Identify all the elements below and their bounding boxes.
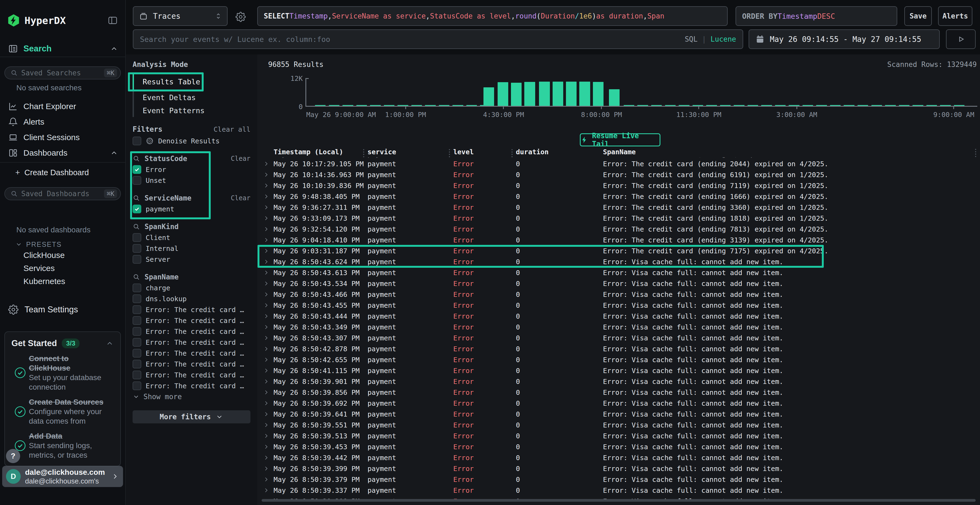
histogram-bar-small[interactable]: [830, 105, 841, 106]
saved-searches-input[interactable]: Saved Searches ⌘K: [4, 67, 121, 79]
table-row[interactable]: May 26 8:50:43.534 PMpaymentError0Error:…: [257, 278, 980, 289]
histogram-bar[interactable]: [609, 89, 620, 106]
expand-row-icon[interactable]: [263, 160, 270, 167]
table-row[interactable]: May 26 9:04:18.410 PMpaymentError0Error:…: [257, 235, 980, 245]
expand-row-icon[interactable]: [263, 367, 270, 374]
histogram-bar-small[interactable]: [637, 105, 648, 106]
column-resize-handle[interactable]: [975, 149, 976, 157]
histogram-bar-small[interactable]: [899, 105, 910, 106]
table-row[interactable]: May 26 9:32:54.120 PMpaymentError0Error:…: [257, 224, 980, 235]
preset-item-kubernetes[interactable]: Kubernetes: [0, 275, 125, 288]
expand-row-icon[interactable]: [263, 247, 270, 254]
table-row[interactable]: May 26 9:36:27.311 PMpaymentError0Error:…: [257, 202, 980, 213]
histogram-bar-small[interactable]: [871, 105, 882, 106]
filter-clear-button[interactable]: Clear: [231, 194, 250, 202]
table-row[interactable]: May 26 8:50:43.307 PMpaymentError0Error:…: [257, 332, 980, 343]
table-row[interactable]: May 26 8:50:43.624 PMpaymentError0Error:…: [257, 256, 980, 267]
chevron-up-icon[interactable]: [110, 44, 118, 53]
histogram-bar[interactable]: [484, 87, 494, 106]
sidebar-item-chart-explorer[interactable]: Chart Explorer: [0, 98, 125, 114]
histogram-bar-small[interactable]: [858, 105, 868, 106]
filter-option[interactable]: Client: [132, 232, 250, 243]
checkbox-unchecked[interactable]: [132, 284, 141, 292]
table-row[interactable]: May 26 10:10:39.836 PMpaymentError0Error…: [257, 180, 980, 191]
expand-row-icon[interactable]: [263, 269, 270, 276]
checkbox-checked[interactable]: [132, 205, 141, 213]
expand-row-icon[interactable]: [263, 389, 270, 396]
histogram-bar[interactable]: [498, 82, 508, 106]
filter-option[interactable]: dns.lookup: [132, 293, 250, 304]
analysis-mode-option[interactable]: Event Deltas: [132, 91, 250, 104]
checkbox-unchecked[interactable]: [132, 360, 141, 368]
alerts-button[interactable]: Alerts: [938, 6, 972, 26]
expand-row-icon[interactable]: [263, 443, 270, 450]
histogram-bar[interactable]: [579, 82, 590, 106]
table-row[interactable]: May 26 8:50:39.453 PMpaymentError0Error:…: [257, 441, 980, 452]
filter-option[interactable]: Error: The credit card …: [132, 304, 250, 315]
filter-option[interactable]: Server: [132, 254, 250, 265]
get-started-item-connect[interactable]: Connect to ClickHouse Set up your databa…: [11, 354, 114, 392]
histogram-bar[interactable]: [593, 82, 603, 106]
column-header-level[interactable]: level: [453, 148, 516, 156]
expand-row-icon[interactable]: [263, 454, 270, 461]
expand-row-icon[interactable]: [263, 193, 270, 200]
event-search-bar[interactable]: SQL | Lucene: [133, 29, 743, 49]
preset-item-services[interactable]: Services: [0, 262, 125, 275]
filter-option[interactable]: Error: The credit card …: [132, 370, 250, 380]
histogram-bar-small[interactable]: [816, 105, 827, 106]
table-row[interactable]: May 26 8:50:43.466 PMpaymentError0Error:…: [257, 289, 980, 300]
filter-option[interactable]: charge: [132, 283, 250, 293]
histogram-bar[interactable]: [539, 82, 550, 106]
checkbox-unchecked[interactable]: [132, 316, 141, 325]
histogram-bar-small[interactable]: [748, 105, 758, 106]
checkbox-unchecked[interactable]: [132, 294, 141, 303]
table-row[interactable]: May 26 8:50:39.901 PMpaymentError0Error:…: [257, 376, 980, 387]
expand-row-icon[interactable]: [263, 378, 270, 385]
expand-row-icon[interactable]: [263, 280, 270, 287]
table-row[interactable]: May 26 8:50:39.551 PMpaymentError0Error:…: [257, 419, 980, 430]
expand-row-icon[interactable]: [263, 291, 270, 298]
expand-row-icon[interactable]: [263, 226, 270, 233]
table-row[interactable]: May 26 8:50:39.379 PMpaymentError0Error:…: [257, 474, 980, 485]
sidebar-item-alerts[interactable]: Alerts: [0, 114, 125, 130]
checkbox-unchecked[interactable]: [132, 244, 141, 253]
resume-live-tail-button[interactable]: Resume Live Tail: [580, 133, 660, 146]
table-row[interactable]: May 26 8:50:39.513 PMpaymentError0Error:…: [257, 430, 980, 441]
histogram-bar-small[interactable]: [761, 105, 772, 106]
sidebar-item-search[interactable]: Search: [0, 41, 125, 57]
histogram-bar-small[interactable]: [733, 105, 744, 106]
checkbox-unchecked[interactable]: [132, 255, 141, 264]
expand-row-icon[interactable]: [263, 324, 270, 330]
expand-row-icon[interactable]: [263, 182, 270, 189]
order-by-editor[interactable]: ORDER BY Timestamp DESC: [735, 6, 897, 26]
source-select[interactable]: Traces: [133, 6, 228, 26]
filter-option[interactable]: Error: The credit card …: [132, 380, 250, 391]
table-row[interactable]: May 26 8:50:43.455 PMpaymentError0Error:…: [257, 300, 980, 311]
table-row[interactable]: May 26 8:50:43.613 PMpaymentError0Error:…: [257, 267, 980, 278]
chevron-up-icon[interactable]: [106, 339, 114, 348]
create-dashboard-button[interactable]: + Create Dashboard: [0, 167, 125, 178]
histogram-plot[interactable]: May 26 9:00:00 AM1:00:00 PM4:30:00 PM8:0…: [305, 78, 977, 106]
expand-row-icon[interactable]: [263, 334, 270, 341]
table-row[interactable]: May 26 10:17:29.105 PMpaymentError0Error…: [257, 158, 980, 169]
run-query-button[interactable]: [946, 29, 976, 49]
histogram-bar-small[interactable]: [651, 105, 662, 106]
table-row[interactable]: May 26 8:50:39.442 PMpaymentError0Error:…: [257, 452, 980, 463]
search-input[interactable]: [140, 35, 685, 43]
table-row[interactable]: May 26 8:50:41.115 PMpaymentError0Error:…: [257, 365, 980, 376]
expand-row-icon[interactable]: [263, 302, 270, 309]
presets-toggle[interactable]: PRESETS: [0, 240, 125, 249]
histogram-bar[interactable]: [553, 82, 563, 106]
column-header-service[interactable]: service: [368, 148, 453, 156]
histogram-bar[interactable]: [511, 83, 522, 106]
checkbox-unchecked[interactable]: [132, 305, 141, 314]
expand-row-icon[interactable]: [263, 465, 270, 472]
sidebar-item-dashboards[interactable]: Dashboards: [0, 145, 125, 160]
checkbox-unchecked[interactable]: [132, 371, 141, 379]
sql-select-editor[interactable]: SELECT Timestamp, ServiceName as service…: [257, 6, 728, 26]
checkbox-unchecked[interactable]: [132, 233, 141, 242]
table-row[interactable]: May 26 8:50:42.655 PMpaymentError0Error:…: [257, 354, 980, 365]
expand-row-icon[interactable]: [263, 171, 270, 178]
filter-option[interactable]: Error: The credit card …: [132, 359, 250, 370]
table-row[interactable]: May 26 10:14:36.963 PMpaymentError0Error…: [257, 169, 980, 180]
